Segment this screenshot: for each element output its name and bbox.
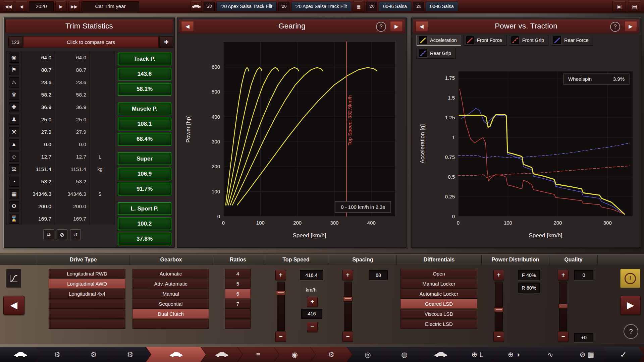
year-forward-button[interactable]: ▶: [55, 1, 67, 12]
next-graph-button[interactable]: ▶: [624, 21, 637, 32]
power-distribution-slider[interactable]: [495, 282, 503, 331]
spacing-decrease-button[interactable]: −: [342, 331, 353, 342]
prev-graph-button[interactable]: ◀: [181, 21, 194, 32]
legend-item[interactable]: Front Grip: [509, 35, 548, 46]
power-distribution-decrease-button[interactable]: −: [493, 331, 504, 342]
toolbar-tab[interactable]: [420, 347, 462, 362]
differential-option[interactable]: Geared LSD: [400, 299, 477, 309]
toolbar-tab[interactable]: ◎: [347, 347, 388, 362]
stat-value-compare: 64.0: [55, 51, 90, 64]
toolbar-tab[interactable]: ⊘ ▦: [566, 347, 607, 362]
toolbar-tab[interactable]: ⊕ ◑: [493, 347, 534, 362]
top-speed-slider[interactable]: [277, 282, 285, 331]
toolbar-tab[interactable]: [146, 347, 206, 362]
quality-value[interactable]: 0: [574, 270, 593, 280]
slider-handle[interactable]: [494, 307, 503, 312]
top-speed-fine-increase-button[interactable]: +: [307, 297, 318, 307]
next-graph-button[interactable]: ▶: [390, 21, 403, 32]
drive-type-option[interactable]: [49, 299, 125, 309]
drive-type-option[interactable]: Longitudinal RWD: [49, 269, 125, 279]
compare-cars-button[interactable]: Click to compare cars: [23, 36, 159, 48]
gearbox-option[interactable]: Sequential: [132, 299, 209, 309]
quality-decrease-button[interactable]: −: [558, 331, 569, 342]
toolbar-tab[interactable]: ⚙: [110, 347, 151, 362]
help-button[interactable]: ?: [376, 22, 386, 32]
slider-handle[interactable]: [558, 304, 568, 309]
ratio-count-option[interactable]: 4: [225, 269, 251, 279]
gearbox-option[interactable]: Automatic: [132, 269, 209, 279]
graph-mode-button[interactable]: [6, 269, 21, 288]
undo-button[interactable]: ↺: [70, 229, 81, 240]
legend-item[interactable]: Rear Grip: [417, 48, 455, 59]
next-section-button[interactable]: ▶: [620, 296, 641, 315]
spacing-increase-button[interactable]: +: [342, 270, 353, 280]
drive-type-option[interactable]: Longitudinal AWD: [49, 279, 125, 289]
copy-stats-button[interactable]: ⧉: [43, 229, 54, 240]
power-distribution-increase-button[interactable]: +: [493, 270, 504, 280]
engine-name-button[interactable]: 00-I6 Salsa: [426, 2, 458, 11]
spacing-slider[interactable]: [344, 282, 352, 331]
help-button[interactable]: ?: [624, 324, 638, 339]
toolbar-tab[interactable]: ✓: [603, 347, 644, 362]
quality-increase-button[interactable]: +: [558, 270, 569, 280]
year-skip-back-button[interactable]: ◀◀: [3, 1, 14, 12]
top-speed-value[interactable]: 416.4: [300, 270, 323, 280]
legend-item[interactable]: Front Force: [464, 35, 506, 46]
toolbar-tab[interactable]: ⚙: [73, 347, 114, 362]
photo-mode-button[interactable]: ▤: [628, 1, 641, 12]
ratio-count-option[interactable]: [225, 309, 251, 319]
trim-name-button[interactable]: '20 Apex Salsa Track Elit: [216, 2, 277, 11]
differential-option[interactable]: Manual Locker: [400, 279, 477, 289]
quality-slider[interactable]: [559, 282, 567, 331]
top-speed-fine-decrease-button[interactable]: −: [307, 322, 318, 332]
toolbar-tab[interactable]: ∿: [530, 347, 571, 362]
toolbar-tab[interactable]: [0, 347, 41, 362]
toolbar-tab[interactable]: ⚙: [37, 347, 78, 362]
camera-button[interactable]: ▣: [612, 1, 626, 12]
top-speed-preset-value[interactable]: 416: [301, 309, 322, 319]
toolbar-tab[interactable]: [201, 347, 243, 362]
differential-option[interactable]: Electric LSD: [400, 319, 477, 329]
trim-year-value[interactable]: 2020: [29, 1, 54, 11]
differential-option[interactable]: Viscous LSD: [400, 309, 477, 319]
toolbar-tab[interactable]: ◍: [384, 347, 425, 362]
gearbox-option[interactable]: [132, 319, 209, 329]
ratio-count-option[interactable]: [225, 319, 251, 329]
ratio-count-option[interactable]: 6: [225, 289, 251, 299]
prev-graph-button[interactable]: ◀: [415, 21, 428, 32]
toolbar-tab[interactable]: ≡: [237, 347, 279, 362]
toolbar-tab[interactable]: ⊕ L: [457, 347, 498, 362]
stat-display-toggle-button[interactable]: 123: [8, 36, 22, 48]
ratio-count-option[interactable]: 5: [225, 279, 251, 289]
slider-handle[interactable]: [276, 291, 285, 295]
drive-type-option[interactable]: Longitudinal 4x4: [49, 289, 125, 299]
toolbar-tab[interactable]: ⚙: [311, 347, 352, 362]
year-back-button[interactable]: ◀: [16, 1, 27, 12]
drive-type-option[interactable]: [49, 309, 125, 319]
legend-item[interactable]: Acceleration: [417, 35, 461, 46]
top-speed-increase-button[interactable]: +: [275, 270, 286, 280]
legend-item[interactable]: Rear Force: [551, 35, 593, 46]
toolbar-tab[interactable]: ◉: [274, 347, 315, 362]
clear-compare-button[interactable]: ⊘: [57, 229, 67, 240]
car-model-button[interactable]: [191, 1, 202, 12]
top-speed-decrease-button[interactable]: −: [275, 331, 286, 342]
drive-type-option[interactable]: [49, 319, 125, 329]
ratio-count-option[interactable]: 7: [225, 299, 251, 309]
differential-option[interactable]: Automatic Locker: [400, 289, 477, 299]
gearbox-option[interactable]: Manual: [132, 289, 209, 299]
previous-section-button[interactable]: ◀: [3, 296, 24, 315]
slider-handle[interactable]: [343, 297, 353, 301]
warnings-button[interactable]: !: [620, 269, 640, 288]
compare-settings-button[interactable]: ✚: [159, 36, 173, 48]
gearbox-option[interactable]: Dual Clutch: [132, 309, 209, 319]
help-button[interactable]: ?: [610, 22, 620, 32]
spacing-value[interactable]: 68: [369, 270, 388, 280]
gearbox-option[interactable]: Adv. Automatic: [132, 279, 209, 289]
differential-option[interactable]: Open: [400, 269, 477, 279]
trim-name-button[interactable]: '20 Apex Salsa Track Elit: [291, 2, 352, 11]
svg-text:0.5: 0.5: [448, 174, 455, 180]
year-skip-forward-button[interactable]: ▶▶: [68, 1, 80, 12]
engine-button[interactable]: ▦: [353, 1, 364, 12]
engine-name-button[interactable]: 00-I6 Salsa: [379, 2, 411, 11]
